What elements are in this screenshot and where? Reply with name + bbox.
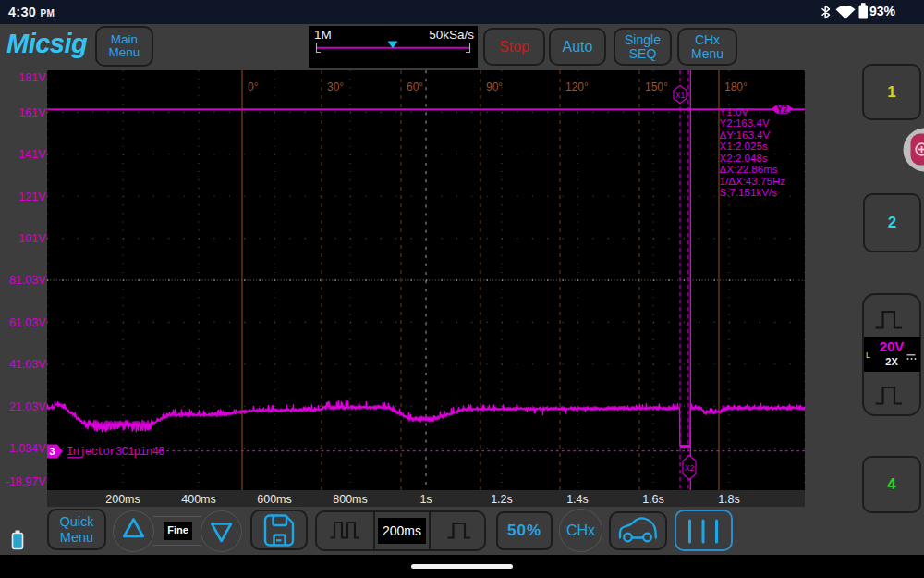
svg-text:600ms: 600ms: [257, 493, 292, 506]
svg-text:Y2:163.4V: Y2:163.4V: [720, 117, 770, 129]
svg-text:X2:2.048s: X2:2.048s: [720, 152, 768, 164]
svg-text:Y1:0V: Y1:0V: [720, 105, 749, 117]
svg-text:X1:2.025s: X1:2.025s: [720, 140, 768, 152]
svg-text:81.03V: 81.03V: [9, 274, 46, 287]
svg-text:400ms: 400ms: [181, 493, 216, 506]
svg-text:X1: X1: [675, 91, 686, 100]
svg-text:61.03V: 61.03V: [9, 316, 46, 329]
svg-text:X2: X2: [685, 464, 694, 473]
svg-text:1.034V: 1.034V: [9, 442, 46, 455]
svg-text:0°: 0°: [248, 80, 259, 93]
svg-text:141V: 141V: [18, 148, 46, 161]
svg-text:3: 3: [49, 446, 55, 457]
svg-text:1/ΔX:43.75Hz: 1/ΔX:43.75Hz: [720, 175, 786, 187]
svg-text:90°: 90°: [486, 80, 503, 93]
svg-text:1.2s: 1.2s: [491, 493, 513, 506]
svg-text:180°: 180°: [724, 80, 748, 93]
svg-text:800ms: 800ms: [333, 493, 368, 506]
svg-text:181V: 181V: [18, 71, 46, 84]
svg-text:1s: 1s: [419, 493, 432, 506]
svg-text:101V: 101V: [18, 232, 46, 245]
svg-text:121V: 121V: [18, 191, 46, 203]
svg-text:200ms: 200ms: [105, 493, 140, 506]
svg-text:21.03V: 21.03V: [9, 400, 46, 413]
svg-text:161V: 161V: [18, 106, 46, 119]
svg-text:1.4s: 1.4s: [566, 493, 589, 506]
svg-text:30°: 30°: [327, 80, 344, 93]
svg-text:1.8s: 1.8s: [718, 493, 740, 506]
svg-text:41.03V: 41.03V: [9, 358, 46, 371]
svg-text:Y2: Y2: [776, 105, 788, 115]
svg-text:1.6s: 1.6s: [642, 493, 664, 506]
svg-text:120°: 120°: [565, 80, 589, 93]
svg-text:ΔY:163.4V: ΔY:163.4V: [720, 129, 771, 141]
svg-text:ΔX:22.86ms: ΔX:22.86ms: [720, 163, 778, 175]
svg-text:S:7.151kV/s: S:7.151kV/s: [720, 186, 778, 198]
svg-text:-18.97V: -18.97V: [6, 475, 46, 488]
svg-text:Injector3C1pin46: Injector3C1pin46: [67, 446, 164, 459]
svg-text:60°: 60°: [407, 80, 423, 93]
svg-text:150°: 150°: [645, 80, 668, 93]
